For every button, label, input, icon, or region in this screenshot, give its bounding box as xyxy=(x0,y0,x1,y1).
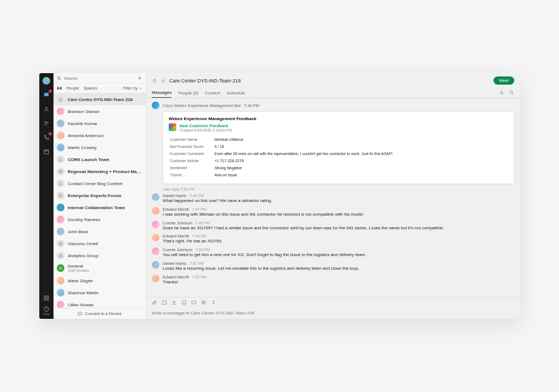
add-icon[interactable] xyxy=(137,75,142,81)
space-item[interactable]: CCORE Launch Team xyxy=(53,153,146,165)
space-name: CORE Launch Team xyxy=(68,157,109,162)
svg-point-15 xyxy=(182,300,186,305)
space-item[interactable]: Brandon Starton xyxy=(53,105,146,117)
tab-people[interactable]: People (6) xyxy=(178,88,198,98)
activity-icon[interactable] xyxy=(499,90,504,96)
meet-button[interactable]: Meet xyxy=(493,76,514,85)
space-list: CCare Centre DYS-IND-Team 218Brandon Sta… xyxy=(53,93,146,308)
people-icon[interactable] xyxy=(211,300,216,305)
card-date: Created 8/25/2020 2:18:04 PM xyxy=(180,128,232,132)
gif-icon[interactable] xyxy=(191,300,197,305)
filter-spaces[interactable]: Spaces xyxy=(84,86,97,91)
emoji-icon[interactable] xyxy=(181,300,187,305)
contacts-icon[interactable] xyxy=(42,105,51,114)
message-time: 7:47 PM xyxy=(192,207,206,211)
bot-header: Cisco Webex Experience Management Bot 7:… xyxy=(152,102,514,109)
format-icon[interactable] xyxy=(171,300,177,305)
search-icon xyxy=(57,76,62,81)
message-avatar xyxy=(152,261,159,269)
card-row: SentimentStrong Negative xyxy=(170,165,507,171)
mention-icon[interactable] xyxy=(201,300,206,305)
tab-schedule[interactable]: Schedule xyxy=(227,88,245,98)
attach-icon[interactable] xyxy=(152,300,157,305)
space-item[interactable]: CContact Cener Blog Content xyxy=(53,177,146,189)
space-avatar: G xyxy=(57,264,64,272)
space-item[interactable]: Shannon Martin xyxy=(53,287,146,299)
favorite-icon[interactable] xyxy=(152,78,157,84)
space-name: Enterprise Experts Forum xyxy=(68,193,121,198)
apps-icon[interactable] xyxy=(43,295,50,301)
space-name: Analytics Group xyxy=(68,253,98,258)
space-avatar: G xyxy=(57,240,64,247)
space-avatar xyxy=(57,108,64,115)
filter-by[interactable]: Filter by xyxy=(123,86,142,91)
help-button[interactable]: Help xyxy=(43,306,50,316)
space-name: General xyxy=(68,264,89,269)
space-item[interactable]: Internal Collaboration Team xyxy=(53,201,146,213)
filter-all[interactable]: All xyxy=(57,86,62,91)
message: Connie Johnson7:48 PMDoes he have an XG7… xyxy=(152,221,514,231)
space-avatar xyxy=(57,289,64,296)
message-time: 7:46 PM xyxy=(189,194,204,198)
calendar-icon[interactable] xyxy=(42,147,51,156)
teams-icon[interactable] xyxy=(42,119,51,128)
nav-rail: Help xyxy=(39,73,53,319)
space-avatar xyxy=(57,144,64,151)
space-item[interactable]: John Beck xyxy=(53,225,146,237)
message: Edward Merrill7:49 PMThat's right. He ha… xyxy=(152,234,514,245)
space-item[interactable]: AAnalytics Group xyxy=(53,250,146,262)
app-window: Help All People Spaces Filter by CCare C… xyxy=(39,73,520,319)
connect-device[interactable]: Connect to a Device xyxy=(53,308,146,319)
space-name: Regional Marketing + Product Marketing xyxy=(68,169,142,174)
space-name: Contact Cener Blog Content xyxy=(68,181,122,186)
space-item[interactable]: RRegional Marketing + Product Marketing xyxy=(53,165,146,177)
space-item[interactable]: GGeneralStaff Updates xyxy=(53,262,146,275)
space-avatar xyxy=(57,228,64,235)
calls-icon[interactable] xyxy=(42,133,51,142)
tab-messages[interactable]: Messages xyxy=(152,88,171,98)
filter-row: All People Spaces Filter by xyxy=(53,84,146,93)
message-text: That's right. He has an XG765. xyxy=(163,239,514,245)
main-tabs: Messages People (6) Content Schedule xyxy=(146,88,520,98)
card-field-value: Add-on Issue xyxy=(215,172,507,178)
unread-badge xyxy=(49,90,52,93)
space-item[interactable]: Martin Crowley xyxy=(53,141,146,153)
space-item[interactable]: EEnterprise Experts Forum xyxy=(53,189,146,201)
space-item[interactable]: Amanda Anderson xyxy=(53,129,146,141)
screenshot-icon[interactable] xyxy=(162,300,167,305)
tab-content[interactable]: Content xyxy=(205,88,220,98)
svg-rect-4 xyxy=(44,296,46,298)
space-name: Lillian Nowak xyxy=(68,302,93,307)
card-field-value: Strong Negative xyxy=(215,165,507,171)
message-avatar xyxy=(152,221,159,228)
message-text: I was working with Michael on this issue… xyxy=(163,212,514,218)
space-item[interactable]: CCare Centre DYS-IND-Team 218 xyxy=(53,93,146,105)
user-avatar[interactable] xyxy=(42,76,51,85)
message-author: Daniel Harris xyxy=(163,261,186,266)
svg-point-13 xyxy=(510,91,513,94)
search-messages-icon[interactable] xyxy=(509,90,514,96)
bot-avatar xyxy=(152,102,159,109)
space-name: Dorothy Ramirez xyxy=(68,217,100,222)
filter-people[interactable]: People xyxy=(67,86,79,91)
space-avatar: C xyxy=(57,156,64,163)
search-row xyxy=(53,73,146,84)
settings-icon[interactable] xyxy=(160,78,166,84)
message-avatar xyxy=(152,193,159,201)
message-author: Connie Johnson xyxy=(163,247,192,252)
space-item[interactable]: Dorothy Ramirez xyxy=(53,213,146,225)
search-input[interactable] xyxy=(64,76,135,81)
compose-input[interactable] xyxy=(152,311,514,316)
chat-icon[interactable] xyxy=(42,91,51,99)
card-field-label: Net Promoter Score xyxy=(170,144,213,150)
space-item[interactable]: Marie Ziegler xyxy=(53,275,146,287)
calls-badge xyxy=(49,132,52,135)
space-item[interactable]: GGiacomo Ornell xyxy=(53,237,146,250)
message-time: 7:50 PM xyxy=(195,248,210,252)
space-item[interactable]: Lillian Nowak xyxy=(53,299,146,308)
space-name: Care Centre DYS-IND-Team 218 xyxy=(68,97,133,102)
message: Daniel Harris7:46 PMWhat happened on thi… xyxy=(152,193,514,204)
card-field-value: Micheal Littlefoot xyxy=(215,136,507,142)
space-item[interactable]: Kaushik Kumar xyxy=(53,117,146,129)
space-avatar: R xyxy=(57,168,64,175)
